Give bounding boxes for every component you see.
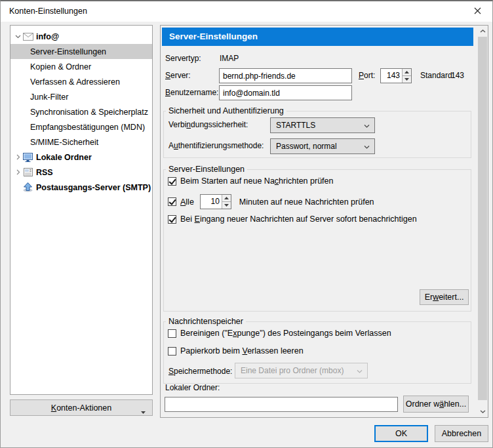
standard-port-label: Standard: (420, 71, 454, 80)
port-stepper[interactable]: 143 (380, 68, 412, 83)
security-group-title: Sicherheit und Authentifizierung (166, 106, 286, 115)
storage-method-value: Eine Datei pro Ordner (mbox) (241, 366, 344, 375)
sidebar-item-smtp[interactable]: Postausgangs-Server (SMTP) (10, 180, 152, 195)
cancel-button[interactable]: Abbrechen (435, 425, 488, 442)
sidebar-item-label: Synchronisation & Speicherplatz (30, 108, 148, 117)
port-value[interactable]: 143 (381, 69, 402, 83)
expunge-row[interactable]: Bereinigen ("Expunge") des Posteingangs … (168, 329, 391, 338)
advanced-button-label: Erweitert... (425, 293, 464, 302)
check-on-start-checkbox[interactable] (168, 177, 176, 186)
local-directory-input[interactable] (165, 397, 398, 412)
sidebar-item-label: Empfangsbestätigungen (MDN) (30, 123, 145, 132)
spinner-down-icon[interactable] (222, 202, 231, 209)
rss-feed-icon (22, 168, 33, 176)
interval-minutes-stepper[interactable]: 10 (200, 194, 231, 209)
check-interval-row[interactable]: Alle 10 Minuten auf neue Nachrichten prü… (168, 194, 374, 209)
spinner-buttons (222, 195, 231, 209)
sidebar-item-junk-filter[interactable]: Junk-Filter (10, 89, 152, 104)
chevron-right-icon[interactable] (14, 169, 22, 175)
check-on-start-label[interactable]: Beim Starten auf neue Nachrichten prüfen (180, 176, 333, 186)
sidebar-item-verfassen-adressieren[interactable]: Verfassen & Adressieren (10, 74, 152, 89)
smtp-server-icon (22, 182, 33, 192)
sidebar-item-kopien-ordner[interactable]: Kopien & Ordner (10, 59, 152, 74)
message-storage-group-title: Nachrichtenspeicher (166, 317, 246, 326)
advanced-button[interactable]: Erweitert... (420, 289, 469, 305)
choose-folder-button[interactable]: Ordner wählen... (403, 396, 469, 413)
servertype-value: IMAP (220, 54, 239, 63)
username-label: Benutzername: (165, 88, 218, 97)
empty-trash-label[interactable]: Papierkorb beim Verlassen leeren (180, 346, 304, 356)
servertype-label: Servertyp: (165, 54, 201, 63)
expunge-label[interactable]: Bereinigen ("Expunge") des Posteingangs … (180, 329, 391, 338)
close-icon (474, 7, 481, 16)
account-actions-label: Konten-Aktionen (51, 403, 111, 413)
dropdown-arrow-icon (141, 407, 146, 416)
interval-suffix-label: Minuten auf neue Nachrichten prüfen (239, 197, 374, 207)
connection-security-label: Verbindungssicherheit: (168, 120, 248, 129)
username-input[interactable] (219, 85, 352, 100)
spinner-up-icon[interactable] (403, 69, 411, 76)
empty-trash-checkbox[interactable] (168, 347, 176, 356)
sidebar-item-account-info[interactable]: info@ (10, 29, 152, 44)
sidebar-item-label: Junk-Filter (30, 92, 68, 102)
chevron-down-icon (364, 121, 370, 130)
auth-method-select[interactable]: Passwort, normal (270, 138, 375, 154)
sidebar-item-label: Postausgangs-Server (SMTP) (36, 183, 151, 192)
spinner-up-icon[interactable] (222, 195, 231, 202)
sidebar-item-label: Verfassen & Adressieren (30, 77, 120, 87)
security-group: Sicherheit und Authentifizierung Verbind… (163, 106, 471, 158)
server-label: Server: (165, 71, 191, 80)
sidebar-item-label: Server-Einstellungen (30, 47, 106, 56)
standard-port-value: 143 (451, 71, 464, 80)
sidebar-item-server-einstellungen[interactable]: Server-Einstellungen (10, 44, 152, 59)
connection-security-value: STARTTLS (276, 121, 315, 130)
auth-method-value: Passwort, normal (276, 142, 337, 151)
local-directory-label: Lokaler Ordner: (165, 383, 220, 392)
server-input[interactable] (219, 68, 352, 83)
connection-security-select[interactable]: STARTTLS (270, 117, 375, 133)
check-push-row[interactable]: Bei Eingang neuer Nachrichten auf Server… (168, 214, 417, 224)
sidebar-item-label: Lokale Ordner (36, 153, 92, 162)
scrollbar-thumb[interactable] (478, 37, 487, 400)
check-interval-checkbox[interactable] (168, 197, 176, 206)
ok-button[interactable]: OK (374, 425, 428, 442)
chevron-down-icon (364, 142, 370, 151)
panel-title: Server-Einstellungen (162, 28, 473, 46)
storage-method-label: Speichermethode: (168, 367, 232, 376)
storage-method-select: Eine Datei pro Ordner (mbox) (235, 363, 368, 378)
interval-minutes-value[interactable]: 10 (201, 195, 222, 209)
sidebar-item-label: info@ (36, 32, 59, 41)
port-label: Port: (359, 71, 375, 80)
message-storage-group: Nachrichtenspeicher Bereinigen ("Expunge… (163, 317, 471, 384)
chevron-down-icon (357, 366, 363, 375)
panel-scrollbar[interactable] (477, 26, 488, 417)
spinner-buttons (402, 69, 411, 83)
sidebar-item-label: S/MIME-Sicherheit (30, 138, 98, 147)
check-interval-label[interactable]: Alle (180, 197, 194, 207)
scrollbar-down-icon[interactable] (477, 406, 488, 417)
scrollbar-up-icon[interactable] (477, 26, 488, 37)
server-settings-panel: Server-Einstellungen Servertyp: IMAP Ser… (160, 25, 488, 418)
sidebar-item-synchronisation[interactable]: Synchronisation & Speicherplatz (10, 104, 152, 119)
check-on-start-row[interactable]: Beim Starten auf neue Nachrichten prüfen (168, 176, 333, 186)
check-push-label[interactable]: Bei Eingang neuer Nachrichten auf Server… (180, 214, 417, 224)
sidebar-item-mdn[interactable]: Empfangsbestätigungen (MDN) (10, 119, 152, 134)
chevron-down-icon[interactable] (14, 35, 22, 39)
local-folders-icon (22, 153, 33, 162)
expunge-checkbox[interactable] (168, 329, 176, 338)
spinner-down-icon[interactable] (403, 76, 411, 83)
account-tree: info@ Server-Einstellungen Kopien & Ordn… (10, 25, 153, 395)
account-actions-button[interactable]: Konten-Aktionen (10, 399, 153, 416)
ok-button-label: OK (395, 429, 407, 438)
server-options-group: Server-Einstellungen Beim Starten auf ne… (163, 165, 471, 312)
check-push-checkbox[interactable] (168, 215, 176, 224)
account-settings-dialog: { "colors": { "header_bg": "#0a7bd7", "h… (0, 0, 493, 448)
empty-trash-row[interactable]: Papierkorb beim Verlassen leeren (168, 346, 304, 356)
choose-folder-button-label: Ordner wählen... (406, 399, 466, 409)
sidebar-item-rss[interactable]: RSS (10, 165, 152, 180)
sidebar-item-lokale-ordner[interactable]: Lokale Ordner (10, 150, 152, 165)
sidebar-item-smime[interactable]: S/MIME-Sicherheit (10, 134, 152, 150)
auth-method-label: Authentifizierungsmethode: (168, 141, 264, 150)
close-button[interactable] (462, 1, 492, 22)
chevron-right-icon[interactable] (14, 154, 22, 160)
